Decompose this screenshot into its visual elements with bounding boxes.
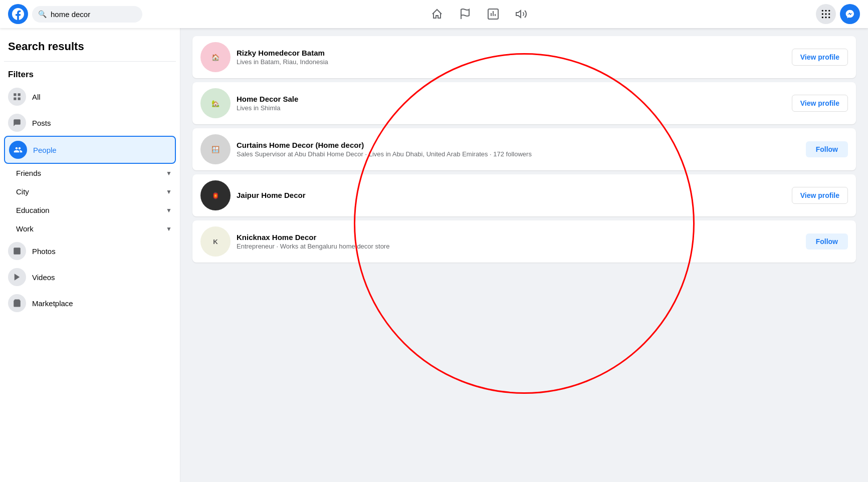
messenger-button[interactable] <box>840 4 860 24</box>
posts-filter-icon <box>8 114 26 132</box>
result-info-3: Curtains Home Decor (Home decor) Sales S… <box>237 141 800 158</box>
page-title: Search results <box>4 36 176 59</box>
sub-filters: Friends ▼ City ▼ Education ▼ Work ▼ <box>4 164 176 238</box>
facebook-logo[interactable] <box>8 4 28 24</box>
filter-people-label: People <box>33 146 57 154</box>
view-profile-button-1[interactable]: View profile <box>792 49 848 66</box>
svg-rect-18 <box>18 98 21 100</box>
sub-filter-friends-label: Friends <box>16 169 41 177</box>
main-content: 🏠 Rizky Homedecor Batam Lives in Batam, … <box>180 28 868 482</box>
follow-button-5[interactable]: Follow <box>806 233 848 250</box>
search-icon: 🔍 <box>38 10 47 18</box>
chevron-friends-icon: ▼ <box>166 170 172 177</box>
view-profile-button-2[interactable]: View profile <box>792 95 848 112</box>
filter-posts[interactable]: Posts <box>4 110 176 136</box>
result-sub-1: Lives in Batam, Riau, Indonesia <box>237 58 786 66</box>
marketplace-filter-icon <box>8 294 26 312</box>
svg-point-13 <box>825 17 826 18</box>
filter-photos[interactable]: Photos <box>4 238 176 264</box>
avatar-4: 🏮 <box>200 180 231 210</box>
grid-menu-button[interactable] <box>816 4 836 24</box>
sidebar: Search results Filters All Posts <box>0 28 180 482</box>
result-card-2: 🏡 Home Decor Sale Lives in Shimla View p… <box>192 82 856 124</box>
divider <box>4 61 176 62</box>
home-nav-button[interactable] <box>425 2 449 26</box>
filters-label: Filters <box>4 68 176 84</box>
filter-posts-label: Posts <box>32 119 51 127</box>
sub-filter-education-label: Education <box>16 206 50 214</box>
filter-people[interactable]: People <box>4 136 176 164</box>
filter-all[interactable]: All <box>4 84 176 110</box>
flag-nav-button[interactable] <box>453 2 477 26</box>
all-filter-icon <box>8 88 26 106</box>
result-name-4: Jaipur Home Decor <box>237 191 786 199</box>
svg-point-11 <box>828 13 830 15</box>
result-sub-3: Sales Supervisor at Abu Dhabi Home Decor… <box>237 150 800 158</box>
svg-point-8 <box>828 10 830 12</box>
videos-filter-icon <box>8 268 26 286</box>
view-profile-button-4[interactable]: View profile <box>792 187 848 204</box>
svg-marker-5 <box>516 11 521 18</box>
nav-center <box>146 2 812 26</box>
result-sub-2: Lives in Shimla <box>237 104 786 112</box>
sub-filter-work[interactable]: Work ▼ <box>12 219 176 238</box>
filter-videos-label: Videos <box>32 273 55 282</box>
result-info-5: Knicknax Home Decor Entrepreneur · Works… <box>237 233 800 250</box>
sub-filter-education[interactable]: Education ▼ <box>12 201 176 219</box>
result-name-1: Rizky Homedecor Batam <box>237 49 786 57</box>
svg-point-9 <box>822 13 823 15</box>
filter-videos[interactable]: Videos <box>4 264 176 290</box>
result-card-4: 🏮 Jaipur Home Decor View profile <box>192 174 856 216</box>
search-bar[interactable]: 🔍 <box>32 6 142 23</box>
result-name-3: Curtains Home Decor (Home decor) <box>237 141 800 149</box>
svg-rect-15 <box>14 93 16 96</box>
result-name-2: Home Decor Sale <box>237 95 786 103</box>
result-info-1: Rizky Homedecor Batam Lives in Batam, Ri… <box>237 49 786 66</box>
filter-photos-label: Photos <box>32 247 56 256</box>
result-info-4: Jaipur Home Decor <box>237 191 786 200</box>
avatar-5: K <box>200 226 231 257</box>
svg-point-6 <box>822 10 823 12</box>
result-info-2: Home Decor Sale Lives in Shimla <box>237 95 786 112</box>
chart-nav-button[interactable] <box>481 2 505 26</box>
people-filter-icon <box>9 141 27 159</box>
avatar-2: 🏡 <box>200 88 231 118</box>
sub-filter-city-label: City <box>16 187 29 196</box>
avatar-1: 🏠 <box>200 42 231 72</box>
photos-filter-icon <box>8 242 26 260</box>
svg-point-12 <box>822 17 823 18</box>
filter-all-label: All <box>32 93 41 101</box>
result-sub-5: Entrepreneur · Works at Bengaluru home d… <box>237 243 800 250</box>
result-card-1: 🏠 Rizky Homedecor Batam Lives in Batam, … <box>192 36 856 78</box>
svg-point-10 <box>825 13 826 15</box>
megaphone-nav-button[interactable] <box>509 2 533 26</box>
nav-right <box>816 4 860 24</box>
follow-button-3[interactable]: Follow <box>806 141 848 157</box>
result-card-3: 🪟 Curtains Home Decor (Home decor) Sales… <box>192 128 856 170</box>
page-layout: Search results Filters All Posts <box>0 28 868 482</box>
svg-rect-16 <box>18 93 21 96</box>
svg-marker-21 <box>15 274 20 281</box>
result-name-5: Knicknax Home Decor <box>237 233 800 242</box>
filter-marketplace[interactable]: Marketplace <box>4 290 176 316</box>
svg-point-7 <box>825 10 826 12</box>
svg-rect-17 <box>14 98 16 100</box>
top-navigation: 🔍 <box>0 0 868 28</box>
chevron-work-icon: ▼ <box>166 225 172 232</box>
avatar-3: 🪟 <box>200 134 231 164</box>
search-input[interactable] <box>51 10 136 19</box>
sub-filter-city[interactable]: City ▼ <box>12 182 176 201</box>
sub-filter-friends[interactable]: Friends ▼ <box>12 164 176 182</box>
chevron-education-icon: ▼ <box>166 207 172 214</box>
chevron-city-icon: ▼ <box>166 188 172 195</box>
svg-point-20 <box>15 249 16 250</box>
result-card-5: K Knicknax Home Decor Entrepreneur · Wor… <box>192 220 856 263</box>
sub-filter-work-label: Work <box>16 224 34 233</box>
filter-marketplace-label: Marketplace <box>32 299 73 308</box>
svg-point-14 <box>828 17 830 18</box>
